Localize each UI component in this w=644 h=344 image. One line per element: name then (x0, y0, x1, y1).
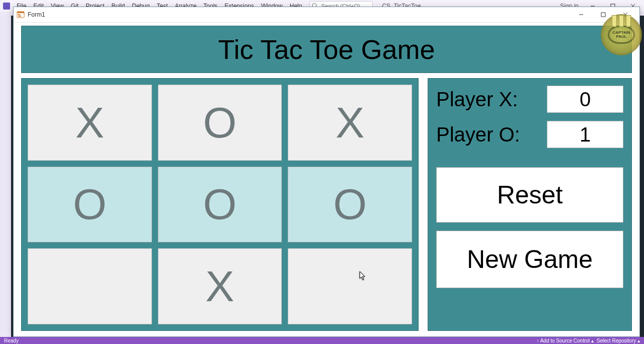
vs-canvas: Form1 Tic Tac Toe Game X (11, 16, 644, 337)
watermark-badge: CAPTAIN PAUL (601, 14, 642, 55)
reset-button[interactable]: Reset (436, 167, 623, 223)
cell-1-2[interactable]: O (288, 167, 412, 243)
title-panel: Tic Tac Toe Game (21, 26, 632, 73)
cell-value: O (333, 179, 367, 229)
cell-0-0[interactable]: X (28, 85, 152, 161)
status-select-repository[interactable]: Select Repository ▴ (597, 338, 640, 343)
form1-window: Form1 Tic Tac Toe Game X (13, 7, 640, 337)
form-icon (17, 11, 25, 19)
cell-0-2[interactable]: X (288, 85, 412, 161)
score-x-value: 0 (547, 86, 623, 113)
cell-value: O (203, 98, 237, 148)
body-row: X O X O O O X (21, 78, 632, 331)
cell-value: O (73, 179, 107, 229)
status-add-source-control[interactable]: ↑ Add to Source Control ▴ (536, 338, 593, 343)
cell-2-1[interactable]: X (158, 248, 282, 324)
spacer (436, 156, 623, 159)
cell-value: X (205, 261, 234, 311)
new-game-button[interactable]: New Game (436, 231, 623, 288)
status-ready: Ready (4, 338, 19, 343)
svg-rect-7 (17, 12, 24, 13)
svg-rect-11 (601, 13, 605, 17)
game-title: Tic Tac Toe Game (218, 34, 435, 65)
side-panel: Player X: 0 Player O: 1 Reset New Game (428, 78, 632, 331)
cell-value: X (336, 98, 364, 148)
vs-left-gutter (0, 16, 12, 337)
vs-statusbar: Ready ↑ Add to Source Control ▴ Select R… (0, 337, 644, 344)
cell-value: X (75, 98, 104, 148)
cell-2-0[interactable] (28, 248, 152, 324)
board-panel: X O X O O O X (21, 78, 419, 331)
cell-value: O (203, 179, 237, 229)
board-grid: X O X O O O X (28, 85, 412, 324)
score-o-row: Player O: 1 (436, 121, 623, 148)
form1-client: Tic Tac Toe Game X O X O O O (14, 23, 639, 336)
badge-text: CAPTAIN PAUL (609, 31, 633, 39)
cell-1-1[interactable]: O (158, 167, 282, 243)
vs-logo-icon (3, 3, 10, 10)
cell-2-2[interactable] (288, 248, 412, 324)
score-o-label: Player O: (436, 123, 520, 146)
score-o-value: 1 (547, 121, 623, 148)
form1-titlebar[interactable]: Form1 (14, 7, 639, 23)
vs-shell: File Edit View Git Project Build Debug T… (0, 0, 644, 344)
cell-1-0[interactable]: O (28, 167, 152, 243)
cell-0-1[interactable]: O (158, 85, 282, 161)
score-x-label: Player X: (436, 88, 518, 111)
svg-rect-9 (18, 16, 21, 17)
form1-title: Form1 (28, 11, 45, 18)
game-root: Tic Tac Toe Game X O X O O O (21, 26, 632, 331)
svg-rect-8 (18, 14, 20, 15)
form-minimize-button[interactable] (570, 8, 592, 22)
score-x-row: Player X: 0 (436, 86, 623, 113)
